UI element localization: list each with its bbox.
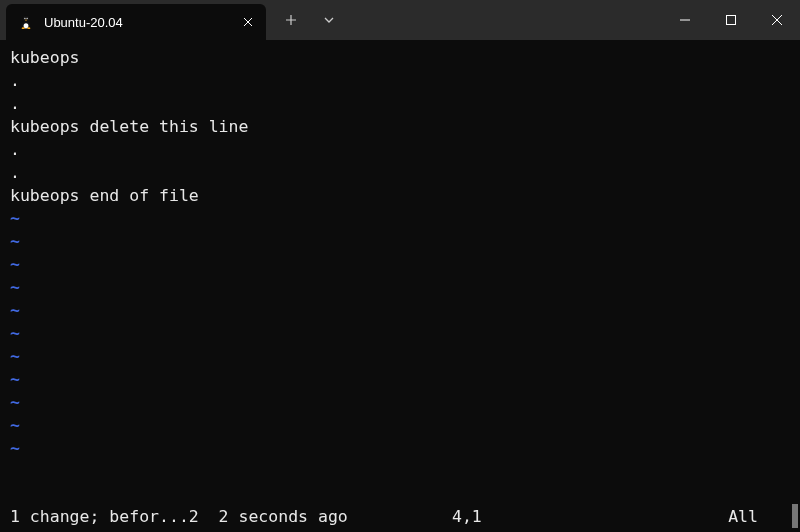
editor-buffer: kubeops . . kubeops delete this line . .… [10, 46, 790, 505]
empty-line-marker: ~ [10, 368, 790, 391]
close-icon[interactable] [240, 14, 256, 30]
status-position: 4,1 [452, 505, 482, 528]
editor-line: . [10, 138, 790, 161]
editor-line: kubeops delete this line [10, 115, 790, 138]
empty-line-marker: ~ [10, 391, 790, 414]
empty-line-marker: ~ [10, 253, 790, 276]
tab-ubuntu[interactable]: Ubuntu-20.04 [6, 4, 266, 40]
empty-line-marker: ~ [10, 207, 790, 230]
editor-line: kubeops end of file [10, 184, 790, 207]
empty-line-marker: ~ [10, 437, 790, 460]
maximize-button[interactable] [708, 0, 754, 40]
empty-line-marker: ~ [10, 299, 790, 322]
editor-line: . [10, 92, 790, 115]
terminal[interactable]: kubeops . . kubeops delete this line . .… [0, 40, 800, 532]
close-window-button[interactable] [754, 0, 800, 40]
editor-line: . [10, 69, 790, 92]
titlebar: Ubuntu-20.04 [0, 0, 800, 40]
svg-point-7 [22, 27, 25, 29]
svg-rect-9 [727, 16, 736, 25]
tab-title: Ubuntu-20.04 [44, 15, 230, 30]
new-tab-button[interactable] [274, 2, 308, 38]
svg-point-5 [25, 18, 26, 19]
tab-actions [266, 2, 346, 38]
minimize-button[interactable] [662, 0, 708, 40]
svg-point-8 [27, 27, 30, 29]
tab-area: Ubuntu-20.04 [0, 0, 346, 40]
empty-line-marker: ~ [10, 414, 790, 437]
empty-line-marker: ~ [10, 230, 790, 253]
empty-line-marker: ~ [10, 322, 790, 345]
editor-line: kubeops [10, 46, 790, 69]
editor-line: . [10, 161, 790, 184]
svg-point-6 [27, 18, 28, 19]
empty-line-marker: ~ [10, 276, 790, 299]
status-line: 1 change; befor...2 2 seconds ago 4,1 Al… [10, 505, 790, 532]
status-message: 1 change; befor...2 2 seconds ago [10, 505, 348, 528]
svg-point-0 [23, 16, 29, 22]
tux-icon [18, 14, 34, 30]
tab-dropdown-button[interactable] [312, 2, 346, 38]
scrollbar-thumb[interactable] [792, 504, 798, 528]
empty-line-marker: ~ [10, 345, 790, 368]
window-controls [662, 0, 800, 40]
status-percent: All [728, 505, 758, 528]
